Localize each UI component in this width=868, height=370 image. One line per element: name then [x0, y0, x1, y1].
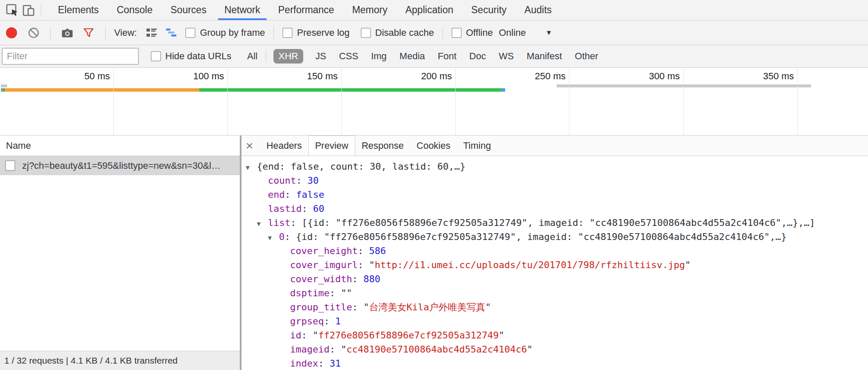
disable-cache-checkbox[interactable]: Disable cache [361, 27, 434, 38]
json-token-key: imageid [290, 344, 330, 355]
request-row[interactable]: zj?ch=beauty&t1=595&listtype=new&sn=30&l… [0, 156, 240, 175]
json-token-plain: " [499, 330, 504, 341]
json-token-str: http://i1.umei.cc/uploads/tu/201701/798/… [375, 260, 685, 270]
json-token-plain: : [285, 189, 296, 200]
inspect-element-icon [6, 3, 19, 17]
clear-icon [27, 26, 40, 39]
type-filter-manifest[interactable]: Manifest [526, 49, 563, 64]
divider [266, 50, 266, 63]
file-icon [5, 160, 15, 171]
preview-tree-line[interactable]: index: 31 [241, 356, 868, 370]
disable-cache-label: Disable cache [375, 27, 434, 38]
clear-button[interactable] [26, 25, 42, 41]
type-filter-js[interactable]: JS [314, 49, 327, 64]
preview-tree-line[interactable]: imageid: "cc48190e57100864abc4d55a2c4104… [241, 342, 868, 356]
preview-tree-line[interactable]: grpseq: 1 [241, 314, 868, 328]
json-token-str: 台湾美女Kila户外唯美写真 [369, 302, 485, 312]
preview-tree-line[interactable]: cover_height: 586 [241, 244, 868, 258]
json-token-plain: : " [352, 302, 369, 312]
divider [443, 26, 443, 39]
preview-tree-line[interactable]: cover_imgurl: "http://i1.umei.cc/uploads… [241, 258, 868, 272]
ruler-tick-label: 150 ms [307, 71, 338, 82]
detail-tab-cookies[interactable]: Cookies [410, 136, 457, 156]
close-icon[interactable]: × [246, 136, 253, 156]
ruler-gridline [683, 68, 684, 135]
main-tab-sources[interactable]: Sources [170, 0, 207, 20]
filter-funnel-icon [82, 26, 95, 39]
main-tab-application[interactable]: Application [405, 0, 454, 20]
record-button[interactable] [3, 25, 20, 41]
json-token-num: 880 [363, 274, 380, 284]
preview-tree-line[interactable]: ▼list: [{id: "ff276e8056f58896e7cf92505a… [241, 216, 868, 230]
json-token-key: 0 [279, 231, 285, 242]
preview-tree-line[interactable]: count: 30 [241, 173, 868, 188]
preview-tree-line[interactable]: ▼{end: false, count: 30, lastid: 60,…} [241, 159, 868, 173]
detail-tab-response[interactable]: Response [355, 136, 410, 156]
json-token-plain: " [485, 302, 491, 312]
filter-toggle-button[interactable] [80, 25, 97, 41]
devtools-tabbar: ElementsConsoleSourcesNetworkPerformance… [0, 0, 868, 20]
json-token-num: 60 [313, 203, 325, 214]
bar-segment-receiving-green [199, 88, 501, 92]
type-filter-xhr[interactable]: XHR [273, 49, 303, 64]
offline-checkbox[interactable]: Offline [451, 27, 493, 38]
filter-input[interactable] [2, 48, 139, 65]
timeline-overview[interactable]: 50 ms100 ms150 ms200 ms250 ms300 ms350 m… [0, 68, 868, 136]
json-token-key: cover_height [290, 246, 358, 256]
type-filter-all[interactable]: All [246, 49, 258, 64]
type-filter-doc[interactable]: Doc [468, 49, 487, 64]
inspect-element-button[interactable] [4, 2, 20, 18]
preview-tree-line[interactable]: ▼0: {id: "ff276e8056f58896e7cf92505a3127… [241, 230, 868, 244]
divider [41, 4, 41, 17]
main-tab-audits[interactable]: Audits [524, 0, 552, 20]
detail-tab-timing[interactable]: Timing [457, 136, 497, 156]
screenshot-capture-button[interactable] [59, 25, 75, 41]
main-tab-elements[interactable]: Elements [57, 0, 99, 20]
type-filter-media[interactable]: Media [399, 49, 426, 64]
name-column-header[interactable]: Name [0, 136, 240, 156]
preserve-log-label: Preserve log [297, 27, 350, 38]
main-tab-performance[interactable]: Performance [278, 0, 335, 20]
type-filter-font[interactable]: Font [437, 49, 457, 64]
disclosure-triangle-icon[interactable]: ▼ [257, 217, 268, 231]
json-token-key: grpseq [290, 316, 324, 327]
main-tab-security[interactable]: Security [471, 0, 507, 20]
preview-tree-line[interactable]: end: false [241, 188, 868, 202]
type-filter-css[interactable]: CSS [338, 49, 359, 64]
overview-request-bar [1, 84, 7, 87]
detail-tab-headers[interactable]: Headers [260, 136, 308, 156]
preview-tree-line[interactable]: cover_width: 880 [241, 272, 868, 286]
show-overview-button[interactable] [163, 25, 179, 41]
throttling-caret-icon[interactable]: ▼ [546, 29, 552, 37]
main-tab-network[interactable]: Network [224, 0, 261, 20]
preview-tree-line[interactable]: group_title: "台湾美女Kila户外唯美写真" [241, 300, 868, 314]
ruler-gridline [341, 68, 342, 135]
overview-selected-request-bar [1, 88, 505, 92]
ruler-gridline [797, 68, 798, 135]
device-toolbar-button[interactable] [20, 2, 37, 18]
json-token-plain: : [318, 358, 330, 369]
ruler-tick-label: 350 ms [763, 71, 794, 82]
type-filter-img[interactable]: Img [370, 49, 388, 64]
detail-tab-preview[interactable]: Preview [308, 136, 355, 156]
json-token-plain: : "" [330, 288, 352, 298]
ruler-tick-label: 100 ms [193, 71, 224, 82]
type-filter-ws[interactable]: WS [498, 49, 514, 64]
view-label: View: [114, 27, 137, 38]
large-request-rows-button[interactable] [144, 25, 160, 41]
preserve-log-checkbox[interactable]: Preserve log [282, 27, 350, 38]
preview-tree-line[interactable]: id: "ff276e8056f58896e7cf92505a312749" [241, 328, 868, 342]
preview-tree-line[interactable]: lastid: 60 [241, 202, 868, 216]
type-filter-other[interactable]: Other [574, 49, 599, 64]
divider [273, 26, 274, 39]
throttling-select[interactable]: Online [499, 27, 526, 38]
json-token-key: group_title [290, 302, 352, 312]
main-tab-memory[interactable]: Memory [352, 0, 388, 20]
preview-tree-line[interactable]: dsptime: "" [241, 286, 868, 300]
group-by-frame-checkbox[interactable]: Group by frame [185, 27, 265, 38]
disclosure-triangle-icon[interactable]: ▼ [268, 231, 279, 245]
main-tab-console[interactable]: Console [116, 0, 153, 20]
hide-data-urls-checkbox[interactable]: Hide data URLs [151, 51, 231, 62]
json-token-num: 30 [308, 175, 319, 186]
disclosure-triangle-icon[interactable]: ▼ [246, 161, 257, 175]
